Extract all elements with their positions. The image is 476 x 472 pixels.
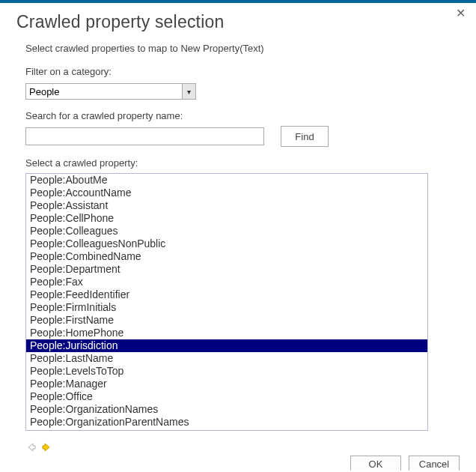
find-button[interactable]: Find: [281, 126, 329, 147]
property-listbox[interactable]: People:AboutMePeople:AccountNamePeople:A…: [25, 173, 428, 431]
list-item[interactable]: People:Department: [26, 263, 427, 276]
list-item[interactable]: People:LastName: [26, 352, 427, 365]
list-item[interactable]: People:FirstName: [26, 314, 427, 327]
arrow-left-icon[interactable]: [25, 441, 37, 453]
dialog-title: Crawled property selection: [16, 12, 460, 32]
list-label: Select a crawled property:: [25, 157, 451, 169]
list-item[interactable]: People:LevelsToTop: [26, 365, 427, 378]
arrow-right-icon[interactable]: [40, 441, 52, 453]
list-item[interactable]: People:Office: [26, 390, 427, 403]
close-icon[interactable]: ✕: [456, 6, 466, 20]
list-item[interactable]: People:Manager: [26, 378, 427, 390]
list-item[interactable]: People:Jurisdiction: [26, 339, 427, 352]
list-item[interactable]: People:OrganizationNames: [26, 403, 427, 416]
search-input[interactable]: [25, 127, 264, 145]
list-item[interactable]: People:AboutMe: [26, 174, 427, 187]
search-label: Search for a crawled property name:: [25, 110, 451, 121]
list-item[interactable]: People:AccountName: [26, 187, 427, 199]
category-select[interactable]: People: [25, 83, 196, 100]
list-item[interactable]: People:Assistant: [26, 199, 427, 212]
list-item[interactable]: People:CellPhone: [26, 212, 427, 225]
list-item[interactable]: People:Fax: [26, 276, 427, 288]
list-item[interactable]: People:FeedIdentifier: [26, 288, 427, 301]
list-item[interactable]: People:CombinedName: [26, 250, 427, 263]
list-item[interactable]: People:HomePhone: [26, 327, 427, 339]
list-item[interactable]: People:OrganizationParentNames: [26, 416, 427, 429]
ok-button[interactable]: OK: [350, 456, 401, 471]
list-item[interactable]: People:ColleaguesNonPublic: [26, 237, 427, 250]
dialog-subtitle: Select crawled properties to map to New …: [25, 43, 451, 54]
list-item[interactable]: People:Colleagues: [26, 225, 427, 237]
cancel-button[interactable]: Cancel: [409, 456, 460, 471]
filter-label: Filter on a category:: [25, 66, 451, 77]
list-item[interactable]: People:FirmInitials: [26, 301, 427, 314]
